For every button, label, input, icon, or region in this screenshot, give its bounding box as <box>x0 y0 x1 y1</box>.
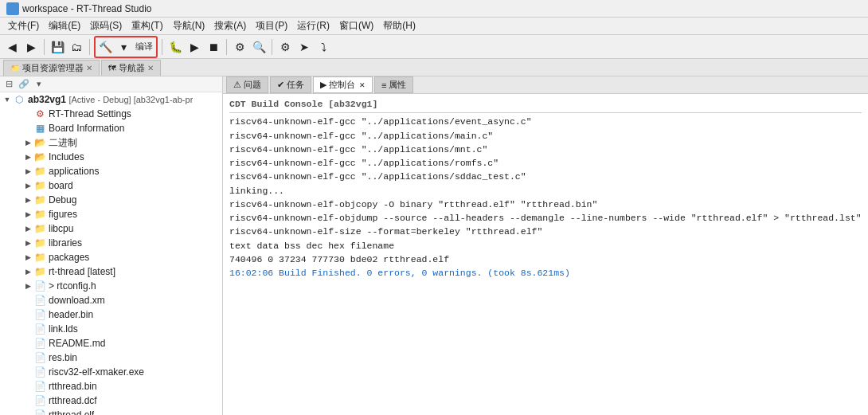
console-line-7: riscv64-unknown-elf-objdump --source --a… <box>229 211 862 225</box>
rt-settings-label: RT-Thread Settings <box>49 108 131 119</box>
toolbar-search-btn[interactable]: 🔍 <box>250 38 268 56</box>
tree-item-includes[interactable]: ▶ 📂 Includes <box>0 150 222 164</box>
tree-item-board[interactable]: ▶ 📁 board <box>0 178 222 193</box>
menu-search[interactable]: 搜索(A) <box>209 18 251 34</box>
toolbar-nav2-btn[interactable]: ⤵ <box>315 38 332 56</box>
tree-item-rt-thread[interactable]: ▶ 📁 rt-thread [latest] <box>0 264 222 279</box>
tree-item-rtthread-bin[interactable]: 📄 rtthread.bin <box>0 379 222 393</box>
tree-item-riscv32-elf[interactable]: 📄 riscv32-elf-xmaker.exe <box>0 365 222 379</box>
tree-item-header-bin[interactable]: 📄 header.bin <box>0 307 222 322</box>
tree-item-rtconfig[interactable]: ▶ 📄 > rtconfig.h <box>0 279 222 293</box>
tree-item-figures[interactable]: ▶ 📁 figures <box>0 207 222 221</box>
tree-item-board-info[interactable]: ▦ Board Information <box>0 121 222 135</box>
tree-item-link-lds[interactable]: 📄 link.lds <box>0 322 222 336</box>
toolbar-sep-3 <box>162 39 162 55</box>
toolbar-save-btn[interactable]: 💾 <box>49 38 66 56</box>
toolbar: ◀ ▶ 💾 🗂 🔨 ▾ 编译 🐛 ▶ ⏹ ⚙ 🔍 ⚙ ➤ ⤵ <box>0 35 868 59</box>
tree-item-rtthread-dcf[interactable]: 📄 rtthread.dcf <box>0 393 222 408</box>
toolbar-compile-btn[interactable]: 🔨 <box>96 38 114 56</box>
res-bin-icon: 📄 <box>33 351 46 364</box>
libcpu-arrow: ▶ <box>22 225 33 233</box>
download-xm-icon: 📄 <box>33 294 46 307</box>
rt-thread-arrow: ▶ <box>22 268 33 276</box>
download-xm-label: download.xm <box>49 295 105 306</box>
tree-item-debug[interactable]: ▶ 📁 Debug <box>0 193 222 207</box>
right-panel: ⚠ 问题 ✔ 任务 ▶ 控制台 ✕ ≡ 属性 CDT Build Console… <box>223 76 868 415</box>
tab-tasks[interactable]: ✔ 任务 <box>270 76 311 93</box>
sidebar: ⊟ 🔗 ▾ ▼ ⬡ ab32vg1 [Active - Debug] [ab32… <box>0 76 223 415</box>
explorer-tab-icon: 📁 <box>10 64 20 72</box>
tree-item-libcpu[interactable]: ▶ 📁 libcpu <box>0 221 222 236</box>
libraries-label: libraries <box>49 237 82 249</box>
tree-item-libraries[interactable]: ▶ 📁 libraries <box>0 236 222 250</box>
sidebar-view-menu-btn[interactable]: ▾ <box>32 77 46 92</box>
tab-explorer-close[interactable]: ✕ <box>86 64 92 72</box>
toolbar-compile-group: 🔨 ▾ 编译 <box>94 36 158 58</box>
toolbar-gear2-btn[interactable]: ⚙ <box>276 38 294 56</box>
toolbar-save-all-btn[interactable]: 🗂 <box>68 38 85 56</box>
tab-problems[interactable]: ⚠ 问题 <box>226 76 268 93</box>
board-info-label: Board Information <box>49 123 124 134</box>
sidebar-collapse-btn[interactable]: ⊟ <box>2 77 16 92</box>
debug-arrow: ▶ <box>22 196 33 204</box>
toolbar-back-btn[interactable]: ◀ <box>3 38 21 56</box>
rtthread-elf-icon: 📄 <box>33 409 46 415</box>
console-content[interactable]: CDT Build Console [ab32vg1] riscv64-unkn… <box>223 94 868 415</box>
header-bin-label: header.bin <box>49 309 93 320</box>
tree-item-rtthread-elf[interactable]: 📄 rtthread.elf <box>0 408 222 415</box>
toolbar-stop-btn[interactable]: ⏹ <box>205 38 222 56</box>
title-bar-text: workspace - RT-Thread Studio <box>22 3 152 14</box>
tab-navigator-close[interactable]: ✕ <box>147 64 154 72</box>
binary-icon: 📂 <box>33 136 46 149</box>
menu-refactor[interactable]: 重构(T) <box>127 18 167 34</box>
menu-source[interactable]: 源码(S) <box>85 18 127 34</box>
tab-explorer[interactable]: 📁 项目资源管理器 ✕ <box>3 60 100 76</box>
tab-console[interactable]: ▶ 控制台 ✕ <box>313 76 373 93</box>
tab-console-label: 控制台 <box>329 79 355 91</box>
tree-item-res-bin[interactable]: 📄 res.bin <box>0 350 222 365</box>
menu-window[interactable]: 窗口(W) <box>334 18 378 34</box>
tree-root-node[interactable]: ▼ ⬡ ab32vg1 [Active - Debug] [ab32vg1-ab… <box>0 92 222 107</box>
header-bin-icon: 📄 <box>33 308 46 321</box>
tree-item-download-xm[interactable]: 📄 download.xm <box>0 293 222 307</box>
rt-settings-icon: ⚙ <box>33 108 46 120</box>
console-success-line: 16:02:06 Build Finished. 0 errors, 0 war… <box>229 266 862 280</box>
includes-icon: 📂 <box>33 151 46 163</box>
toolbar-compile-dropdown[interactable]: ▾ <box>115 38 132 56</box>
toolbar-nav-btn[interactable]: ➤ <box>295 38 313 56</box>
rtthread-bin-label: rtthread.bin <box>49 381 97 392</box>
tab-navigator-label: 导航器 <box>119 62 145 74</box>
tree-item-binary[interactable]: ▶ 📂 二进制 <box>0 135 222 150</box>
board-label: board <box>49 180 73 191</box>
console-tabs: ⚠ 问题 ✔ 任务 ▶ 控制台 ✕ ≡ 属性 <box>223 76 868 94</box>
tree-item-applications[interactable]: ▶ 📁 applications <box>0 164 222 178</box>
tree-item-rt-settings[interactable]: ⚙ RT-Thread Settings <box>0 107 222 121</box>
navigator-tab-icon: 🗺 <box>108 64 116 72</box>
console-line-2: riscv64-unknown-elf-gcc "../applications… <box>229 143 862 156</box>
tab-navigator[interactable]: 🗺 导航器 ✕ <box>101 60 161 76</box>
console-line-5: linking... <box>229 184 862 198</box>
menu-help[interactable]: 帮助(H) <box>378 18 420 34</box>
debug-icon: 📁 <box>33 194 46 206</box>
toolbar-settings-btn[interactable]: ⚙ <box>231 38 248 56</box>
menu-project[interactable]: 项目(P) <box>251 18 292 34</box>
menu-run[interactable]: 运行(R) <box>292 18 334 34</box>
menu-file[interactable]: 文件(F) <box>3 18 44 34</box>
toolbar-run-btn[interactable]: ▶ <box>186 38 203 56</box>
toolbar-debug-btn[interactable]: 🐛 <box>166 38 184 56</box>
applications-arrow: ▶ <box>22 167 33 175</box>
tab-properties[interactable]: ≡ 属性 <box>374 76 413 93</box>
rtthread-dcf-icon: 📄 <box>33 394 46 407</box>
properties-icon: ≡ <box>381 80 386 90</box>
rtconfig-icon: 📄 <box>33 280 46 292</box>
menu-edit[interactable]: 编辑(E) <box>44 18 85 34</box>
tree-item-packages[interactable]: ▶ 📁 packages <box>0 250 222 264</box>
menu-navigate[interactable]: 导航(N) <box>168 18 210 34</box>
toolbar-compile-label: 编译 <box>133 41 155 53</box>
toolbar-forward-btn[interactable]: ▶ <box>22 38 40 56</box>
tree-item-readme[interactable]: 📄 README.md <box>0 336 222 350</box>
console-line-0: riscv64-unknown-elf-gcc "../applications… <box>229 115 862 128</box>
sidebar-link-btn[interactable]: 🔗 <box>17 77 31 92</box>
console-line-9: text data bss dec hex filename <box>229 239 862 253</box>
figures-arrow: ▶ <box>22 210 33 218</box>
